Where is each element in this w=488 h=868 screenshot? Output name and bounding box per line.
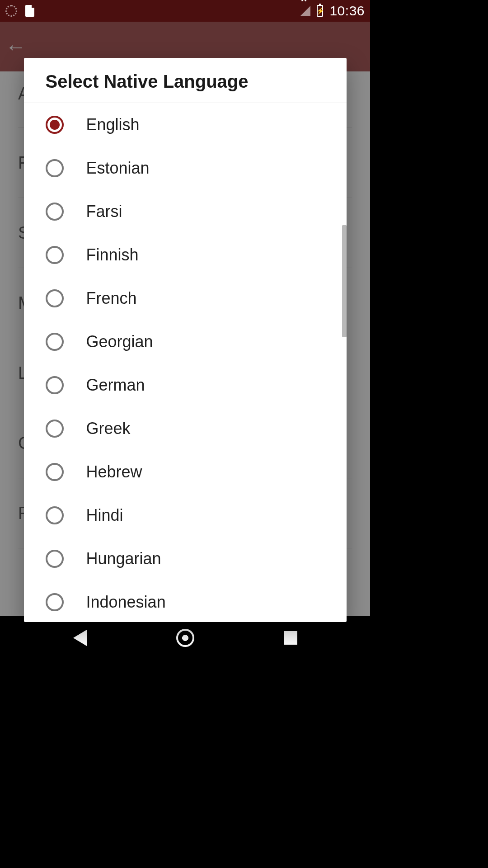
radio-unselected-icon [46,463,64,481]
language-option-french[interactable]: French [24,277,347,320]
modal-scrim[interactable]: Select Native Language English Estonian … [0,22,370,616]
language-option-label: Greek [86,419,131,438]
radio-unselected-icon [46,550,64,568]
status-right: ✕ ⚡ 10:36 [300,3,365,19]
language-option-label: Farsi [86,202,122,221]
language-option-label: Georgian [86,332,153,351]
status-left [5,5,34,17]
nav-back-button[interactable] [42,630,118,646]
language-option-indonesian[interactable]: Indonesian [24,580,347,622]
radio-unselected-icon [46,159,64,177]
language-option-georgian[interactable]: Georgian [24,320,347,363]
language-option-hindi[interactable]: Hindi [24,494,347,537]
app-background: ← A F S M L C F Select Native Language E… [0,22,370,616]
select-language-dialog: Select Native Language English Estonian … [24,58,347,622]
sd-card-icon [25,5,34,17]
radio-unselected-icon [46,593,64,611]
dialog-title: Select Native Language [24,58,347,103]
recent-square-icon [284,631,297,645]
language-option-label: Hungarian [86,549,161,568]
language-option-greek[interactable]: Greek [24,407,347,450]
language-option-list[interactable]: English Estonian Farsi Finnish [24,103,347,622]
radio-unselected-icon [46,203,64,221]
language-option-english[interactable]: English [24,103,347,146]
radio-selected-icon [46,116,64,134]
radio-unselected-icon [46,420,64,438]
radio-unselected-icon [46,333,64,351]
language-option-label: Indonesian [86,593,166,612]
status-bar: ✕ ⚡ 10:36 [0,0,370,22]
back-triangle-icon [73,630,87,646]
battery-charging-icon: ⚡ [317,5,323,17]
screen: ✕ ⚡ 10:36 ← A F S M L C F Select Native … [0,0,370,660]
language-option-estonian[interactable]: Estonian [24,146,347,190]
nav-home-button[interactable] [147,629,224,647]
status-clock: 10:36 [329,3,365,19]
cell-no-data-icon: ✕ [300,0,307,4]
cell-signal-icon: ✕ [300,6,310,16]
language-option-german[interactable]: German [24,363,347,407]
radio-unselected-icon [46,376,64,394]
language-option-label: Hindi [86,506,123,525]
navigation-bar [0,616,370,660]
nav-recent-button[interactable] [252,631,329,645]
radio-unselected-icon [46,506,64,524]
language-option-label: French [86,289,137,308]
language-option-label: English [86,115,140,134]
home-circle-icon [176,629,194,647]
language-option-label: German [86,376,145,395]
language-option-label: Finnish [86,245,139,264]
language-option-hebrew[interactable]: Hebrew [24,450,347,494]
language-option-label: Hebrew [86,462,142,481]
language-option-farsi[interactable]: Farsi [24,190,347,233]
language-option-finnish[interactable]: Finnish [24,233,347,277]
loading-spinner-icon [5,5,17,17]
language-option-label: Estonian [86,159,150,178]
scrollbar-thumb[interactable] [342,225,347,337]
language-option-hungarian[interactable]: Hungarian [24,537,347,580]
radio-unselected-icon [46,289,64,307]
radio-unselected-icon [46,246,64,264]
